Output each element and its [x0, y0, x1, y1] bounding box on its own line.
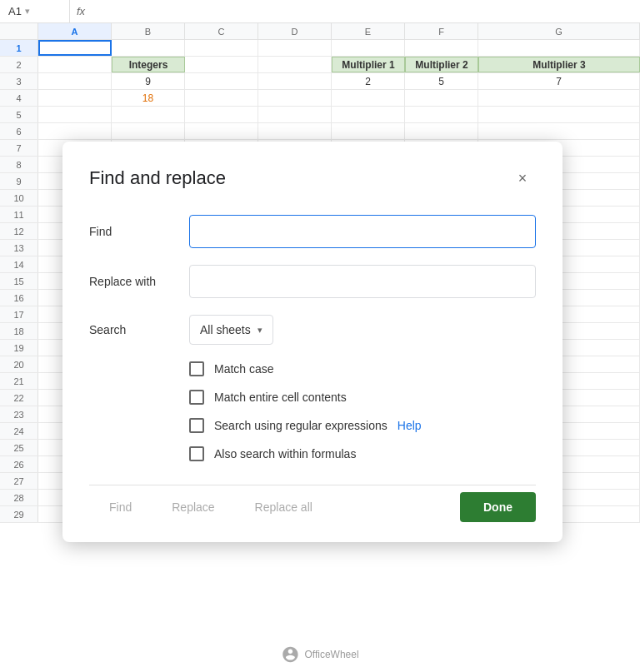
cell-f3[interactable]: 5	[405, 73, 478, 89]
find-label: Find	[89, 225, 189, 238]
cell-d2[interactable]	[258, 57, 332, 72]
cell-g2[interactable]: Multiplier 3	[478, 57, 640, 72]
cell-c4[interactable]	[185, 90, 258, 106]
cell-e1[interactable]	[332, 40, 405, 56]
row-num-header	[0, 23, 38, 39]
cell-e2[interactable]: Multiplier 1	[332, 57, 405, 72]
cell-b1[interactable]	[112, 40, 185, 56]
formulas-label: Also search within formulas	[214, 447, 356, 460]
col-header-g[interactable]: G	[478, 23, 640, 39]
match-case-checkbox[interactable]	[189, 361, 204, 376]
dropdown-arrow-icon: ▾	[258, 325, 262, 336]
find-replace-dialog: Find and replace × Find Replace with Sea…	[62, 142, 562, 542]
watermark-text: OfficeWheel	[304, 649, 358, 660]
checkbox-regex: Search using regular expressions Help	[189, 418, 536, 433]
replace-all-button[interactable]: Replace all	[235, 492, 332, 522]
match-case-label: Match case	[214, 362, 274, 376]
dialog-header: Find and replace ×	[89, 165, 536, 192]
search-dropdown[interactable]: All sheets ▾	[189, 315, 273, 345]
cell-d4[interactable]	[258, 90, 332, 106]
cell-d3[interactable]	[258, 73, 332, 89]
search-label: Search	[89, 323, 189, 336]
col-header-a[interactable]: A	[38, 23, 112, 39]
regex-help-link[interactable]: Help	[398, 419, 422, 432]
find-input[interactable]	[189, 215, 536, 248]
col-header-f[interactable]: F	[405, 23, 478, 39]
row-num-1: 1	[0, 40, 38, 56]
row-num-3: 3	[0, 73, 38, 89]
cell-a1[interactable]	[38, 40, 112, 56]
row-num-2: 2	[0, 57, 38, 72]
watermark: OfficeWheel	[281, 645, 358, 664]
cell-f1[interactable]	[405, 40, 478, 56]
cell-reference[interactable]: A1 ▾	[3, 0, 70, 22]
checkbox-match-entire: Match entire cell contents	[189, 390, 536, 405]
match-entire-label: Match entire cell contents	[214, 391, 347, 404]
find-row: Find	[89, 215, 536, 248]
cell-a4[interactable]	[38, 90, 112, 106]
replace-button[interactable]: Replace	[152, 492, 234, 522]
cell-g1[interactable]	[478, 40, 640, 56]
dialog-title: Find and replace	[89, 167, 226, 189]
done-button[interactable]: Done	[460, 492, 536, 522]
table-row: 1	[0, 40, 640, 57]
search-selected-value: All sheets	[200, 323, 251, 336]
col-header-e[interactable]: E	[332, 23, 405, 39]
formulas-checkbox[interactable]	[189, 446, 204, 461]
col-header-b[interactable]: B	[112, 23, 185, 39]
col-header-d[interactable]: D	[258, 23, 332, 39]
cell-g4[interactable]	[478, 90, 640, 106]
cell-c2[interactable]	[185, 57, 258, 72]
cell-a3[interactable]	[38, 73, 112, 89]
table-row: 4 18	[0, 90, 640, 107]
col-header-c[interactable]: C	[185, 23, 258, 39]
row-num-4: 4	[0, 90, 38, 106]
checkboxes-section: Match case Match entire cell contents Se…	[189, 361, 536, 461]
table-row: 3 9 2 5 7	[0, 73, 640, 90]
find-button[interactable]: Find	[89, 492, 152, 522]
replace-row: Replace with	[89, 265, 536, 298]
checkbox-match-case: Match case	[189, 361, 536, 376]
cell-c3[interactable]	[185, 73, 258, 89]
replace-input[interactable]	[189, 265, 536, 298]
checkbox-formulas: Also search within formulas	[189, 446, 536, 461]
column-headers: A B C D E F G	[0, 23, 640, 40]
formula-input[interactable]	[92, 5, 637, 17]
cell-b4[interactable]: 18	[112, 90, 185, 106]
officewheel-icon	[281, 645, 299, 664]
match-entire-checkbox[interactable]	[189, 390, 204, 405]
cell-g3[interactable]: 7	[478, 73, 640, 89]
cell-b2[interactable]: Integers	[112, 57, 185, 72]
fx-icon: fx	[70, 5, 92, 17]
table-row: 6	[0, 123, 640, 140]
cell-a2[interactable]	[38, 57, 112, 72]
formula-bar: A1 ▾ fx	[0, 0, 640, 23]
regex-checkbox[interactable]	[189, 418, 204, 433]
table-row: 5	[0, 107, 640, 123]
cell-ref-value: A1	[8, 5, 22, 17]
regex-label: Search using regular expressions	[214, 419, 388, 432]
search-row: Search All sheets ▾	[89, 315, 536, 345]
table-row: 2 Integers Multiplier 1 Multiplier 2 Mul…	[0, 57, 640, 73]
cell-f4[interactable]	[405, 90, 478, 106]
replace-label: Replace with	[89, 275, 189, 288]
cell-b3[interactable]: 9	[112, 73, 185, 89]
cell-c1[interactable]	[185, 40, 258, 56]
dialog-footer: Find Replace Replace all Done	[89, 485, 536, 522]
cell-d1[interactable]	[258, 40, 332, 56]
cell-f2[interactable]: Multiplier 2	[405, 57, 478, 72]
cell-e3[interactable]: 2	[332, 73, 405, 89]
cell-e4[interactable]	[332, 90, 405, 106]
close-button[interactable]: ×	[509, 165, 536, 192]
